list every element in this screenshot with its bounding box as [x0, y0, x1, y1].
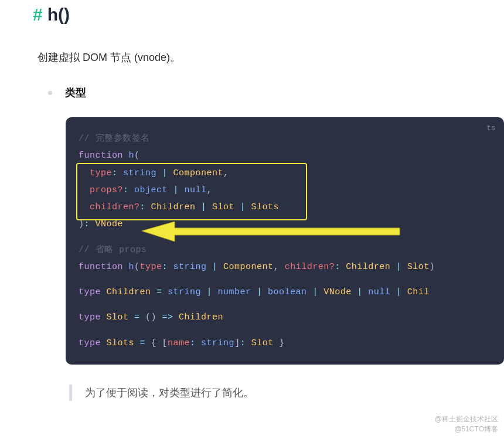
code-line: function h(: [79, 147, 492, 164]
note-block: 为了便于阅读，对类型进行了简化。: [69, 384, 504, 401]
code-line: props?: object | null,: [79, 182, 492, 199]
code-line: type Children = string | number | boolea…: [79, 284, 492, 301]
page-root: # h() 创建虚拟 DOM 节点 (vnode)。 类型 ts // 完整参数…: [0, 0, 504, 401]
page-title-row: # h(): [0, 5, 504, 25]
code-line: children?: Children | Slot | Slots: [79, 199, 492, 216]
blockquote-bar-icon: [69, 384, 72, 401]
code-line: ): VNode: [79, 216, 492, 233]
bullet-dot-icon: [48, 91, 52, 95]
code-line: function h(type: string | Component, chi…: [79, 258, 492, 275]
code-line: type Slot = () => Children: [79, 309, 492, 326]
note-text: 为了便于阅读，对类型进行了简化。: [85, 386, 254, 400]
section-bullet: 类型: [0, 86, 504, 100]
page-description: 创建虚拟 DOM 节点 (vnode)。: [0, 50, 504, 64]
code-line: type: string | Component,: [79, 165, 492, 182]
page-title: h(): [47, 5, 70, 25]
section-heading: 类型: [65, 86, 86, 100]
code-line: // 省略 props: [79, 241, 492, 258]
lang-tag: ts: [487, 122, 496, 135]
code-line: // 完整参数签名: [79, 130, 492, 147]
code-line: type Slots = { [name: string]: Slot }: [79, 335, 492, 352]
anchor-hash-icon[interactable]: #: [33, 5, 43, 25]
code-block[interactable]: ts // 完整参数签名 function h( type: string | …: [66, 117, 504, 365]
